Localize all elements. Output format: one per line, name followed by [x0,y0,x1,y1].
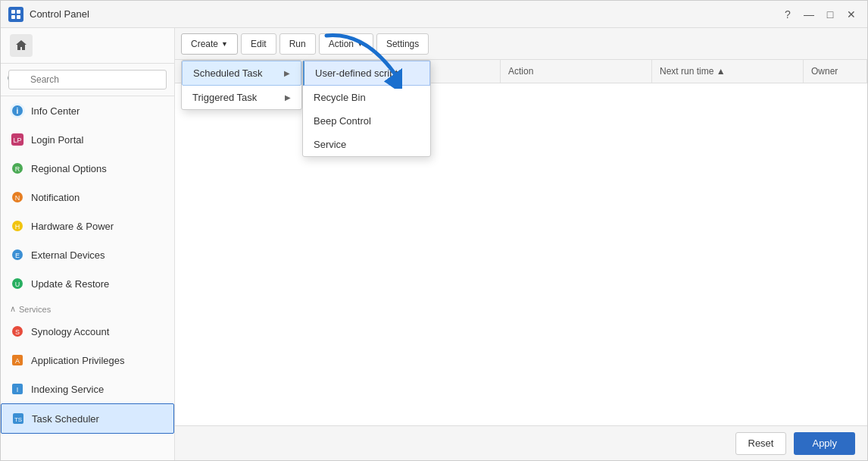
submenu-item-recycle-bin[interactable]: Recycle Bin [303,86,430,109]
app-privileges-icon: A [10,353,25,368]
svg-rect-1 [17,10,20,14]
close-button[interactable]: ✕ [843,6,860,23]
svg-text:TS: TS [14,416,22,423]
hardware-icon: H [10,218,25,234]
svg-text:i: i [17,107,19,115]
chevron-right-icon: ▶ [284,69,290,77]
chevron-right-triggered-icon: ▶ [285,93,291,102]
home-button[interactable] [10,34,33,57]
services-section-label: Services [19,305,51,314]
update-icon: U [10,276,25,291]
sidebar-item-external[interactable]: E External Devices [1,240,174,269]
sidebar-label-task-scheduler: Task Scheduler [32,413,99,425]
svg-text:E: E [15,252,20,259]
app-icon [8,7,23,22]
window-controls: ? — □ ✕ [779,6,860,23]
sidebar-label-update: Update & Restore [31,278,109,290]
col-next-run[interactable]: Next run time ▲ [652,60,804,83]
sidebar-item-app-privileges[interactable]: A Application Privileges [1,346,174,375]
sidebar-item-indexing[interactable]: I Indexing Service [1,375,174,403]
create-dropdown: Scheduled Task ▶ User-defined script Rec… [181,60,302,110]
submenu-item-beep-control[interactable]: Beep Control [303,109,430,133]
svg-rect-3 [17,15,20,19]
create-button[interactable]: Create ▼ [181,33,238,55]
sidebar-label-app-privileges: Application Privileges [31,355,125,366]
submenu-item-user-script[interactable]: User-defined script [303,61,430,86]
sidebar-label-external: External Devices [31,249,105,261]
svg-rect-2 [11,15,15,19]
sidebar-label-synology: Synology Account [31,326,109,337]
svg-text:A: A [15,357,20,365]
svg-text:R: R [15,165,20,173]
help-button[interactable]: ? [779,6,796,23]
titlebar: Control Panel ? — □ ✕ [1,1,867,28]
external-icon: E [10,247,25,262]
sidebar-label-hardware: Hardware & Power [31,221,114,232]
sidebar-item-login-portal[interactable]: LP Login Portal [1,125,174,154]
info-center-icon: i [10,103,25,118]
sidebar-label-regional: Regional Options [31,163,107,174]
svg-text:LP: LP [13,136,21,144]
sidebar-item-info-center[interactable]: i Info Center [1,96,174,125]
run-button[interactable]: Run [279,33,316,55]
sidebar-item-synology-account[interactable]: S Synology Account [1,317,174,346]
submenu-item-service[interactable]: Service [303,133,430,156]
apply-button[interactable]: Apply [794,432,855,455]
sidebar-item-hardware[interactable]: H Hardware & Power [1,212,174,240]
create-caret-icon: ▼ [221,40,228,48]
content-area: Create ▼ Edit Run Action ▼ Settings [175,28,867,460]
toolbar: Create ▼ Edit Run Action ▼ Settings [175,28,867,60]
table-body: ↻ [175,83,867,460]
indexing-icon: I [10,381,25,397]
submenu-scheduled-task: User-defined script Recycle Bin Beep Con… [302,60,431,157]
sidebar-item-regional[interactable]: R Regional Options [1,154,174,183]
svg-rect-0 [11,10,15,14]
sidebar-home-section [1,28,174,64]
synology-account-icon: S [10,324,25,339]
maximize-button[interactable]: □ [822,6,838,23]
svg-text:S: S [15,328,20,336]
login-portal-icon: LP [10,132,25,147]
svg-text:U: U [15,281,20,288]
sidebar-label-login-portal: Login Portal [31,134,83,146]
col-owner[interactable]: Owner [804,60,867,83]
minimize-button[interactable]: — [801,6,817,23]
main-layout: 🔍 i Info Center LP Login Portal R [1,28,867,460]
reset-button[interactable]: Reset [735,432,787,455]
search-input[interactable] [8,70,167,89]
sidebar-item-task-scheduler[interactable]: TS Task Scheduler [1,403,174,434]
scheduled-task-submenu: User-defined script Recycle Bin Beep Con… [302,60,431,157]
regional-icon: R [10,161,25,176]
menu-item-triggered-task[interactable]: Triggered Task ▶ [182,86,301,109]
svg-text:H: H [15,223,20,230]
task-scheduler-icon: TS [11,411,26,426]
action-caret-icon: ▼ [357,40,364,48]
collapse-icon: ∧ [10,304,16,314]
sidebar-item-notification[interactable]: N Notification [1,183,174,212]
sidebar: 🔍 i Info Center LP Login Portal R [1,28,175,460]
sidebar-label-indexing: Indexing Service [31,384,104,395]
svg-text:I: I [17,386,19,394]
window: Control Panel ? — □ ✕ 🔍 i [0,0,868,461]
edit-button[interactable]: Edit [241,33,276,55]
action-button[interactable]: Action ▼ [319,33,373,55]
settings-button[interactable]: Settings [376,33,429,55]
window-title: Control Panel [30,8,773,20]
col-action[interactable]: Action [501,60,652,83]
sidebar-item-update[interactable]: U Update & Restore [1,269,174,298]
sidebar-label-notification: Notification [31,192,80,203]
menu-item-scheduled-task[interactable]: Scheduled Task ▶ User-defined script Rec… [182,61,301,86]
svg-text:N: N [15,194,20,202]
sidebar-label-info-center: Info Center [31,105,80,117]
create-menu: Scheduled Task ▶ User-defined script Rec… [181,60,302,110]
services-section-header[interactable]: ∧ Services [1,298,174,317]
footer: Reset Apply [175,425,867,460]
notification-icon: N [10,190,25,205]
